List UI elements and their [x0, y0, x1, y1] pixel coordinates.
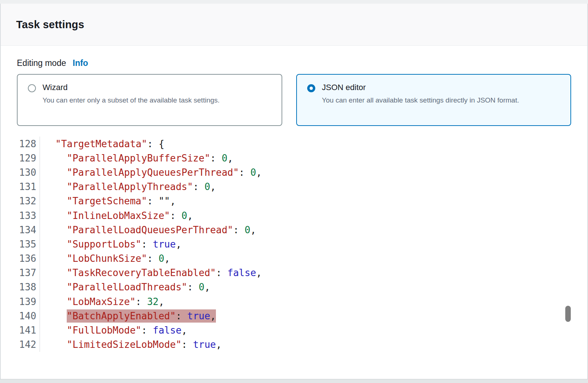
code-line[interactable]: 133"InlineLobMaxSize": 0,: [1, 208, 587, 223]
line-number: 136: [1, 252, 40, 266]
tile-json-editor[interactable]: JSON editor You can enter all available …: [296, 74, 571, 126]
page-top-strip: [0, 0, 588, 4]
line-number: 140: [1, 309, 40, 323]
code-line[interactable]: 141"FullLobMode": false,: [1, 323, 587, 337]
editing-mode-row: Editing mode Info: [17, 58, 571, 68]
line-number: 134: [1, 223, 40, 237]
info-link[interactable]: Info: [73, 58, 88, 68]
editor-scrollbar-thumb[interactable]: [565, 306, 571, 322]
code-line[interactable]: 140"BatchApplyEnabled": true,: [1, 309, 587, 323]
line-number: 137: [1, 266, 40, 280]
tile-wizard-title: Wizard: [43, 83, 220, 92]
code-line[interactable]: 132"TargetSchema": "",: [1, 194, 587, 208]
page-bottom-strip: [0, 379, 588, 383]
line-number: 139: [1, 294, 40, 309]
line-number: 130: [1, 165, 40, 179]
tile-wizard[interactable]: Wizard You can enter only a subset of th…: [17, 74, 282, 126]
tile-json-editor-title: JSON editor: [322, 83, 519, 92]
editing-mode-label: Editing mode: [17, 58, 66, 68]
code-line[interactable]: 139"LobMaxSize": 32,: [1, 294, 587, 309]
line-number: 138: [1, 280, 40, 294]
highlighted-token: "BatchApplyEnabled": true,: [67, 309, 216, 323]
line-number: 129: [1, 151, 40, 165]
tile-wizard-text: Wizard You can enter only a subset of th…: [43, 83, 220, 117]
code-line[interactable]: 136"LobChunkSize": 0,: [1, 252, 587, 266]
tile-wizard-description: You can enter only a subset of the avail…: [43, 95, 220, 105]
tile-json-editor-text: JSON editor You can enter all available …: [322, 83, 519, 117]
line-number: 128: [1, 137, 40, 151]
panel-header: Task settings: [1, 4, 587, 46]
code-line[interactable]: 142"LimitedSizeLobMode": true,: [1, 338, 587, 352]
code-line[interactable]: 129"ParallelApplyBufferSize": 0,: [1, 151, 587, 165]
tile-json-editor-description: You can enter all available task setting…: [322, 95, 519, 105]
radio-selected-icon[interactable]: [307, 84, 315, 92]
panel-content: Editing mode Info Wizard You can enter o…: [1, 58, 587, 352]
line-number: 133: [1, 208, 40, 223]
code-line[interactable]: 130"ParallelApplyQueuesPerThread": 0,: [1, 165, 587, 179]
code-line[interactable]: 137"TaskRecoveryTableEnabled": false,: [1, 266, 587, 280]
code-line[interactable]: 138"ParallelLoadThreads": 0,: [1, 280, 587, 294]
line-number: 132: [1, 194, 40, 208]
line-number: 141: [1, 323, 40, 337]
task-settings-panel: Task settings Editing mode Info Wizard Y…: [0, 4, 588, 379]
line-number: 142: [1, 338, 40, 352]
code-line[interactable]: 135"SupportLobs": true,: [1, 237, 587, 251]
code-line[interactable]: 134"ParallelLoadQueuesPerThread": 0,: [1, 223, 587, 237]
panel-title: Task settings: [16, 19, 84, 31]
json-code-editor[interactable]: 128"TargetMetadata": {129"ParallelApplyB…: [1, 137, 587, 352]
code-line[interactable]: 128"TargetMetadata": {: [1, 137, 587, 151]
line-number: 135: [1, 237, 40, 251]
radio-unselected-icon[interactable]: [28, 84, 36, 92]
line-number: 131: [1, 180, 40, 194]
editing-mode-tiles: Wizard You can enter only a subset of th…: [17, 74, 571, 126]
editor-lines: 128"TargetMetadata": {129"ParallelApplyB…: [1, 137, 587, 352]
code-line[interactable]: 131"ParallelApplyThreads": 0,: [1, 180, 587, 194]
